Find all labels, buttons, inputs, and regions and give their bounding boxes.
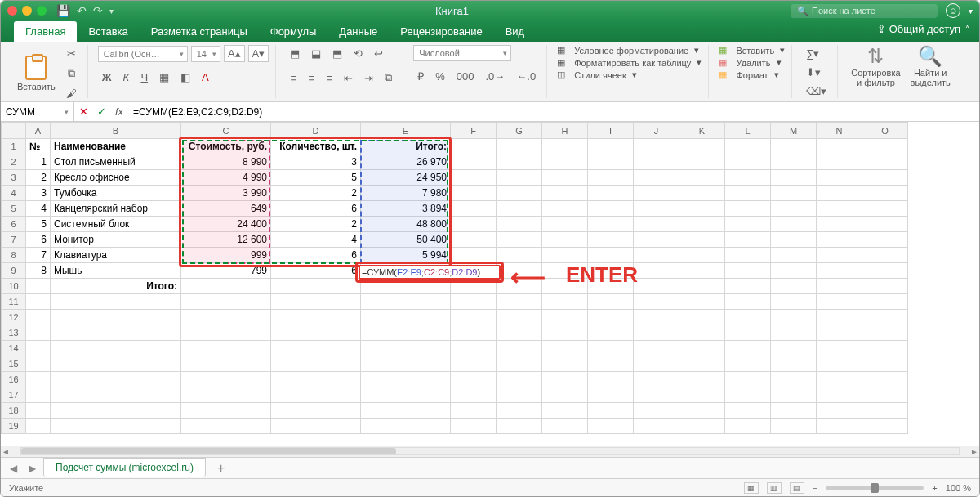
tab-page-layout[interactable]: Разметка страницы (140, 21, 259, 42)
cell-D17[interactable] (271, 387, 361, 403)
cell-J14[interactable] (634, 341, 679, 356)
row-header-6[interactable]: 6 (2, 217, 26, 232)
row-header-18[interactable]: 18 (2, 403, 26, 419)
cell-D14[interactable] (271, 341, 361, 356)
cell-F15[interactable] (451, 356, 497, 372)
font-color-icon[interactable]: A (198, 69, 213, 86)
fill-color-icon[interactable]: ◧ (176, 69, 194, 86)
cell-C18[interactable] (181, 403, 271, 419)
redo-icon[interactable]: ↷ (93, 4, 103, 17)
cell-M12[interactable] (771, 310, 817, 325)
cell-G12[interactable] (497, 310, 542, 325)
cell-C14[interactable] (181, 341, 271, 356)
cell-F17[interactable] (451, 387, 497, 403)
format-cells-button[interactable]: ▦ Формат ▾ (719, 69, 785, 80)
cell-C19[interactable] (181, 419, 271, 434)
share-button[interactable]: ⇪ Общий доступ (877, 23, 960, 35)
cell-F10[interactable] (451, 279, 497, 294)
cell-F4[interactable] (451, 186, 497, 201)
cell-N19[interactable] (817, 419, 862, 434)
row-header-9[interactable]: 9 (2, 263, 26, 279)
cell-E16[interactable] (361, 372, 451, 387)
align-top-icon[interactable]: ⬒ (286, 45, 304, 62)
cell-M3[interactable] (771, 170, 817, 186)
sheet-tab-active[interactable]: Подсчет суммы (microexcel.ru) (43, 458, 206, 477)
cell-I19[interactable] (588, 419, 634, 434)
cell-E7[interactable]: 50 400 (361, 232, 451, 248)
cell-O16[interactable] (862, 372, 908, 387)
cell-M2[interactable] (771, 154, 817, 170)
cell-N13[interactable] (817, 325, 862, 341)
cell-J18[interactable] (634, 403, 679, 419)
cell-O10[interactable] (862, 279, 908, 294)
cell-J17[interactable] (634, 387, 679, 403)
comma-icon[interactable]: 000 (452, 68, 479, 85)
row-header-17[interactable]: 17 (2, 387, 26, 403)
cell-D7[interactable]: 4 (271, 232, 361, 248)
cell-E8[interactable]: 5 994 (361, 248, 451, 263)
cell-H2[interactable] (542, 154, 588, 170)
zoom-slider[interactable] (826, 486, 924, 490)
cell-H3[interactable] (542, 170, 588, 186)
cell-C9[interactable]: 799 (181, 263, 271, 279)
cell-E6[interactable]: 48 800 (361, 217, 451, 232)
number-format-select[interactable]: Числовой (413, 45, 511, 61)
cell-A3[interactable]: 2 (26, 170, 51, 186)
autosum-icon[interactable]: ∑▾ (802, 45, 823, 62)
copy-icon[interactable]: ⧉ (62, 65, 81, 83)
cell-N9[interactable] (817, 263, 862, 279)
zoom-in-button[interactable]: + (932, 483, 937, 493)
col-header-J[interactable]: J (634, 123, 679, 139)
cell-I2[interactable] (588, 154, 634, 170)
format-as-table-button[interactable]: ▦ Форматировать как таблицу ▾ (557, 57, 702, 68)
cell-H15[interactable] (542, 356, 588, 372)
cell-N6[interactable] (817, 217, 862, 232)
align-center-icon[interactable]: ≡ (304, 69, 318, 87)
cell-N7[interactable] (817, 232, 862, 248)
cell-K15[interactable] (679, 356, 725, 372)
cell-N2[interactable] (817, 154, 862, 170)
cell-J10[interactable] (634, 279, 679, 294)
cell-L13[interactable] (725, 325, 771, 341)
cell-G18[interactable] (497, 403, 542, 419)
cell-C6[interactable]: 24 400 (181, 217, 271, 232)
cell-I7[interactable] (588, 232, 634, 248)
cell-E17[interactable] (361, 387, 451, 403)
undo-icon[interactable]: ↶ (77, 4, 87, 17)
cell-G19[interactable] (497, 419, 542, 434)
cell-J1[interactable] (634, 139, 679, 154)
zoom-out-button[interactable]: − (813, 483, 817, 493)
cell-N3[interactable] (817, 170, 862, 186)
sheet-nav-prev[interactable]: ◀ (6, 463, 21, 474)
col-header-E[interactable]: E (361, 123, 451, 139)
cell-G6[interactable] (497, 217, 542, 232)
cell-C2[interactable]: 8 990 (181, 154, 271, 170)
wrap-text-icon[interactable]: ↩ (370, 45, 387, 62)
cell-L15[interactable] (725, 356, 771, 372)
font-name-select[interactable]: Calibri (Осн… (98, 46, 188, 62)
row-header-15[interactable]: 15 (2, 356, 26, 372)
cell-M15[interactable] (771, 356, 817, 372)
cell-B18[interactable] (51, 403, 181, 419)
row-header-7[interactable]: 7 (2, 232, 26, 248)
minimize-window-button[interactable] (22, 6, 32, 16)
name-box[interactable]: СУММ (1, 102, 74, 121)
cell-O19[interactable] (862, 419, 908, 434)
cell-B6[interactable]: Системный блок (51, 217, 181, 232)
delete-cells-button[interactable]: ▦ Удалить ▾ (719, 57, 785, 68)
cell-L5[interactable] (725, 201, 771, 217)
cell-J5[interactable] (634, 201, 679, 217)
cell-C10[interactable] (181, 279, 271, 294)
cell-H17[interactable] (542, 387, 588, 403)
cell-A5[interactable]: 4 (26, 201, 51, 217)
row-header-19[interactable]: 19 (2, 419, 26, 434)
col-header-N[interactable]: N (817, 123, 862, 139)
paste-button[interactable]: Вставить (14, 54, 59, 93)
cell-F1[interactable] (451, 139, 497, 154)
cell-K6[interactable] (679, 217, 725, 232)
cell-I4[interactable] (588, 186, 634, 201)
select-all-corner[interactable] (2, 123, 26, 139)
fill-icon[interactable]: ⬇▾ (802, 64, 825, 81)
cell-B11[interactable] (51, 294, 181, 310)
decrease-decimal-icon[interactable]: ←.0 (512, 68, 540, 85)
